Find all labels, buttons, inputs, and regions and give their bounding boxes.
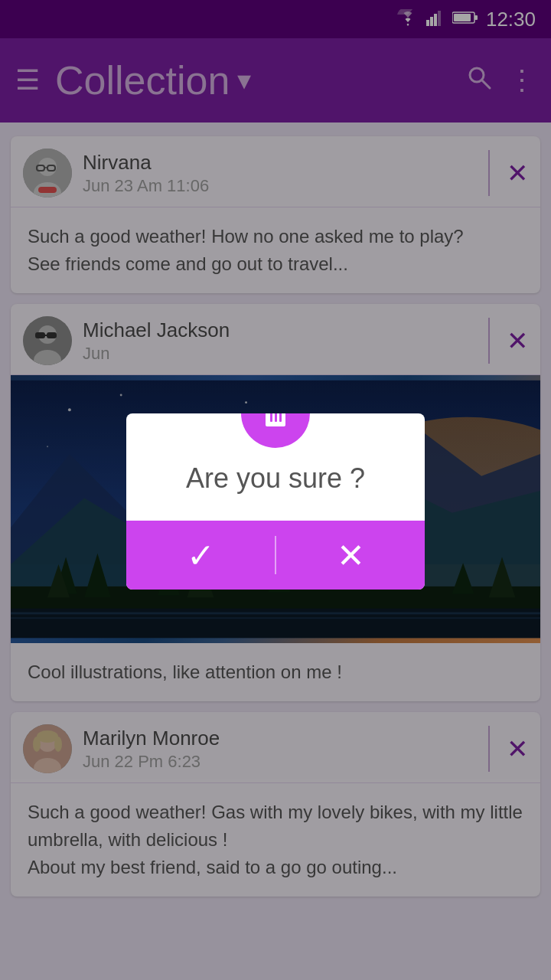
modal-overlay: Are you sure ? ✓ ✕ <box>0 0 551 980</box>
svg-rect-55 <box>279 413 282 422</box>
dialog-confirm-button[interactable]: ✓ <box>126 536 275 575</box>
dialog-actions: ✓ ✕ <box>126 521 425 590</box>
check-icon: ✓ <box>187 536 215 575</box>
confirm-dialog: Are you sure ? ✓ ✕ <box>126 413 425 590</box>
svg-rect-54 <box>275 413 277 422</box>
x-icon: ✕ <box>337 536 365 575</box>
svg-rect-53 <box>270 413 272 422</box>
dialog-cancel-button[interactable]: ✕ <box>276 536 425 575</box>
dialog-question: Are you sure ? <box>186 462 365 495</box>
